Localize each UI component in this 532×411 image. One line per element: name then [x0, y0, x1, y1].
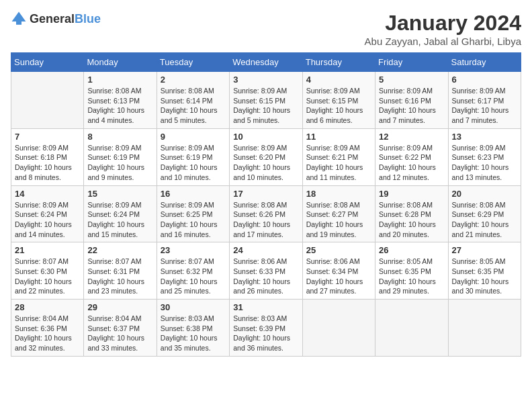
calendar-cell: 7Sunrise: 8:09 AM Sunset: 6:18 PM Daylig…	[11, 128, 84, 185]
calendar-cell: 21Sunrise: 8:07 AM Sunset: 6:30 PM Dayli…	[11, 242, 84, 300]
day-info: Sunrise: 8:06 AM Sunset: 6:34 PM Dayligh…	[306, 257, 371, 296]
month-year-title: January 2024	[365, 11, 521, 36]
calendar-cell: 27Sunrise: 8:05 AM Sunset: 6:35 PM Dayli…	[448, 242, 521, 300]
day-info: Sunrise: 8:09 AM Sunset: 6:21 PM Dayligh…	[306, 143, 371, 183]
day-number: 9	[161, 132, 226, 142]
calendar-cell: 29Sunrise: 8:04 AM Sunset: 6:37 PM Dayli…	[84, 300, 157, 357]
day-number: 14	[15, 189, 80, 199]
day-info: Sunrise: 8:09 AM Sunset: 6:19 PM Dayligh…	[161, 143, 226, 183]
day-number: 26	[379, 245, 444, 255]
calendar-cell: 3Sunrise: 8:09 AM Sunset: 6:15 PM Daylig…	[230, 72, 302, 129]
calendar-cell: 24Sunrise: 8:06 AM Sunset: 6:33 PM Dayli…	[230, 242, 302, 300]
location-subtitle: Abu Zayyan, Jabal al Gharbi, Libya	[365, 36, 521, 47]
calendar-cell: 16Sunrise: 8:09 AM Sunset: 6:25 PM Dayli…	[157, 185, 229, 242]
calendar-cell: 5Sunrise: 8:09 AM Sunset: 6:16 PM Daylig…	[375, 72, 448, 129]
weekday-header-saturday: Saturday	[448, 53, 521, 72]
day-number: 4	[306, 75, 371, 85]
day-info: Sunrise: 8:04 AM Sunset: 6:37 PM Dayligh…	[87, 314, 152, 353]
calendar-cell: 2Sunrise: 8:08 AM Sunset: 6:14 PM Daylig…	[157, 72, 229, 129]
page-header: GeneralBlue January 2024 Abu Zayyan, Jab…	[11, 11, 521, 47]
calendar-cell: 31Sunrise: 8:03 AM Sunset: 6:39 PM Dayli…	[230, 300, 302, 357]
day-number: 15	[87, 189, 152, 199]
calendar-cell: 19Sunrise: 8:08 AM Sunset: 6:28 PM Dayli…	[375, 185, 448, 242]
calendar-cell: 13Sunrise: 8:09 AM Sunset: 6:23 PM Dayli…	[448, 128, 521, 185]
calendar-cell	[302, 300, 375, 357]
calendar-cell: 18Sunrise: 8:08 AM Sunset: 6:27 PM Dayli…	[302, 185, 375, 242]
day-number: 12	[379, 132, 444, 142]
calendar-cell: 17Sunrise: 8:08 AM Sunset: 6:26 PM Dayli…	[230, 185, 302, 242]
day-number: 6	[452, 75, 517, 85]
calendar-cell: 10Sunrise: 8:09 AM Sunset: 6:20 PM Dayli…	[230, 128, 302, 185]
calendar-cell: 12Sunrise: 8:09 AM Sunset: 6:22 PM Dayli…	[375, 128, 448, 185]
day-number: 27	[452, 245, 517, 255]
day-number: 1	[87, 75, 152, 85]
calendar-cell: 9Sunrise: 8:09 AM Sunset: 6:19 PM Daylig…	[157, 128, 229, 185]
weekday-header-monday: Monday	[84, 53, 157, 72]
day-number: 21	[15, 245, 80, 255]
day-number: 23	[161, 245, 226, 255]
weekday-header-thursday: Thursday	[302, 53, 375, 72]
logo: GeneralBlue	[11, 11, 101, 27]
day-number: 31	[233, 302, 298, 312]
calendar-cell: 15Sunrise: 8:09 AM Sunset: 6:24 PM Dayli…	[84, 185, 157, 242]
calendar-week-row: 7Sunrise: 8:09 AM Sunset: 6:18 PM Daylig…	[11, 128, 521, 185]
svg-marker-0	[12, 12, 26, 21]
day-info: Sunrise: 8:08 AM Sunset: 6:26 PM Dayligh…	[233, 200, 298, 240]
calendar-week-row: 14Sunrise: 8:09 AM Sunset: 6:24 PM Dayli…	[11, 185, 521, 242]
day-number: 30	[161, 302, 226, 312]
calendar-cell: 11Sunrise: 8:09 AM Sunset: 6:21 PM Dayli…	[302, 128, 375, 185]
calendar-cell: 25Sunrise: 8:06 AM Sunset: 6:34 PM Dayli…	[302, 242, 375, 300]
day-number: 17	[233, 189, 298, 199]
weekday-header-wednesday: Wednesday	[230, 53, 302, 72]
day-info: Sunrise: 8:06 AM Sunset: 6:33 PM Dayligh…	[233, 257, 298, 296]
calendar-cell: 26Sunrise: 8:05 AM Sunset: 6:35 PM Dayli…	[375, 242, 448, 300]
day-info: Sunrise: 8:07 AM Sunset: 6:31 PM Dayligh…	[87, 257, 152, 296]
weekday-header-friday: Friday	[375, 53, 448, 72]
day-info: Sunrise: 8:07 AM Sunset: 6:32 PM Dayligh…	[161, 257, 226, 296]
logo-text-blue: Blue	[75, 12, 101, 26]
calendar-cell: 28Sunrise: 8:04 AM Sunset: 6:36 PM Dayli…	[11, 300, 84, 357]
calendar-table: SundayMondayTuesdayWednesdayThursdayFrid…	[11, 52, 521, 357]
day-info: Sunrise: 8:07 AM Sunset: 6:30 PM Dayligh…	[15, 257, 80, 296]
calendar-cell	[11, 72, 84, 129]
day-number: 20	[452, 189, 517, 199]
calendar-cell: 6Sunrise: 8:09 AM Sunset: 6:17 PM Daylig…	[448, 72, 521, 129]
day-number: 19	[379, 189, 444, 199]
day-info: Sunrise: 8:03 AM Sunset: 6:38 PM Dayligh…	[161, 314, 226, 353]
day-info: Sunrise: 8:08 AM Sunset: 6:28 PM Dayligh…	[379, 200, 444, 240]
day-info: Sunrise: 8:09 AM Sunset: 6:15 PM Dayligh…	[233, 86, 298, 126]
day-number: 11	[306, 132, 371, 142]
weekday-header-row: SundayMondayTuesdayWednesdayThursdayFrid…	[11, 53, 521, 72]
weekday-header-tuesday: Tuesday	[157, 53, 229, 72]
calendar-cell: 8Sunrise: 8:09 AM Sunset: 6:19 PM Daylig…	[84, 128, 157, 185]
calendar-cell: 20Sunrise: 8:08 AM Sunset: 6:29 PM Dayli…	[448, 185, 521, 242]
day-info: Sunrise: 8:09 AM Sunset: 6:16 PM Dayligh…	[379, 86, 444, 126]
day-info: Sunrise: 8:05 AM Sunset: 6:35 PM Dayligh…	[452, 257, 517, 296]
calendar-cell: 14Sunrise: 8:09 AM Sunset: 6:24 PM Dayli…	[11, 185, 84, 242]
day-number: 29	[87, 302, 152, 312]
calendar-cell	[375, 300, 448, 357]
day-number: 22	[87, 245, 152, 255]
day-info: Sunrise: 8:08 AM Sunset: 6:14 PM Dayligh…	[161, 86, 226, 126]
day-info: Sunrise: 8:09 AM Sunset: 6:23 PM Dayligh…	[452, 143, 517, 183]
day-info: Sunrise: 8:09 AM Sunset: 6:25 PM Dayligh…	[161, 200, 226, 240]
title-block: January 2024 Abu Zayyan, Jabal al Gharbi…	[365, 11, 521, 47]
day-number: 28	[15, 302, 80, 312]
day-info: Sunrise: 8:09 AM Sunset: 6:17 PM Dayligh…	[452, 86, 517, 126]
day-number: 5	[379, 75, 444, 85]
day-number: 2	[161, 75, 226, 85]
calendar-cell: 1Sunrise: 8:08 AM Sunset: 6:13 PM Daylig…	[84, 72, 157, 129]
weekday-header-sunday: Sunday	[11, 53, 84, 72]
logo-icon	[11, 11, 27, 27]
day-info: Sunrise: 8:05 AM Sunset: 6:35 PM Dayligh…	[379, 257, 444, 296]
day-info: Sunrise: 8:09 AM Sunset: 6:24 PM Dayligh…	[87, 200, 152, 240]
day-info: Sunrise: 8:09 AM Sunset: 6:22 PM Dayligh…	[379, 143, 444, 183]
calendar-week-row: 28Sunrise: 8:04 AM Sunset: 6:36 PM Dayli…	[11, 300, 521, 357]
calendar-cell: 23Sunrise: 8:07 AM Sunset: 6:32 PM Dayli…	[157, 242, 229, 300]
calendar-week-row: 21Sunrise: 8:07 AM Sunset: 6:30 PM Dayli…	[11, 242, 521, 300]
day-info: Sunrise: 8:08 AM Sunset: 6:29 PM Dayligh…	[452, 200, 517, 240]
day-number: 25	[306, 245, 371, 255]
calendar-cell: 22Sunrise: 8:07 AM Sunset: 6:31 PM Dayli…	[84, 242, 157, 300]
day-number: 16	[161, 189, 226, 199]
day-number: 7	[15, 132, 80, 142]
